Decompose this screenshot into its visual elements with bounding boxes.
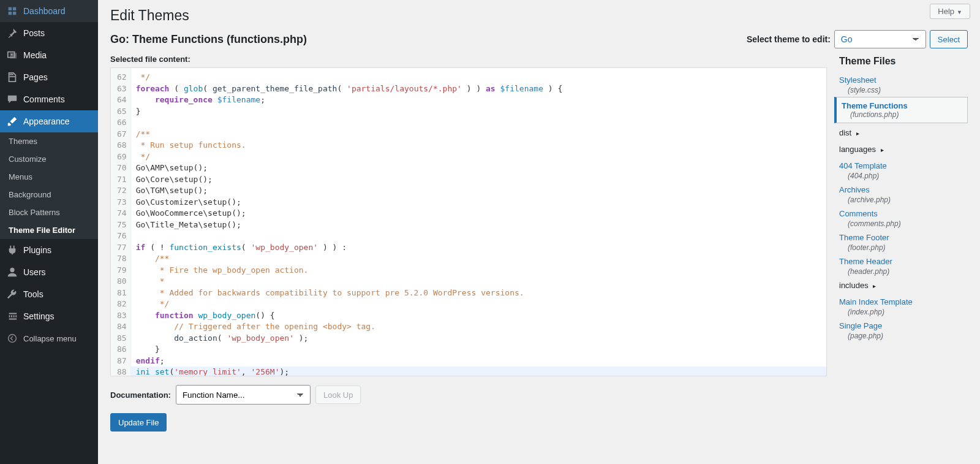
file-link-main-index-template[interactable]: Main Index Template [839, 295, 968, 308]
submenu-menus[interactable]: Menus [0, 168, 98, 186]
sidebar-item-pages[interactable]: Pages [0, 66, 98, 88]
caret-right-icon: ▸ [873, 283, 876, 289]
submenu-block-patterns[interactable]: Block Patterns [0, 203, 98, 221]
submenu-themes[interactable]: Themes [0, 132, 98, 150]
sidebar-item-settings[interactable]: Settings [0, 305, 98, 327]
collapse-icon [6, 332, 18, 344]
code-editor[interactable]: 6263646566676869707172737475767778798081… [110, 67, 827, 376]
appearance-submenu: ThemesCustomizeMenusBackgroundBlock Patt… [0, 132, 98, 239]
documentation-select[interactable]: Function Name... [176, 385, 311, 405]
submenu-background[interactable]: Background [0, 186, 98, 203]
file-link-theme-header[interactable]: Theme Header [839, 254, 968, 267]
folder-languages[interactable]: languages ▸ [839, 142, 968, 156]
sidebar-item-plugins[interactable]: Plugins [0, 239, 98, 261]
submenu-customize[interactable]: Customize [0, 150, 98, 168]
user-icon [6, 266, 18, 278]
folder-includes[interactable]: includes ▸ [839, 278, 968, 292]
theme-select[interactable]: Go [834, 30, 926, 48]
page-icon [6, 71, 18, 83]
dashboard-icon [6, 5, 18, 17]
theme-files-heading: Theme Files [839, 55, 968, 67]
plugin-icon [6, 244, 18, 256]
sidebar-item-posts[interactable]: Posts [0, 22, 98, 44]
theme-files-list: Stylesheet(style.css)Theme Functions(fun… [839, 73, 968, 340]
file-link-comments[interactable]: Comments [839, 207, 968, 219]
svg-point-0 [11, 54, 13, 56]
sidebar-item-tools[interactable]: Tools [0, 283, 98, 305]
file-link-theme-footer[interactable]: Theme Footer [839, 230, 968, 243]
file-link-theme-functions[interactable]: Theme Functions [842, 101, 962, 110]
sidebar-item-comments[interactable]: Comments [0, 88, 98, 110]
main-content: Help▼ Edit Themes Go: Theme Functions (f… [98, 0, 980, 464]
admin-sidebar: DashboardPostsMediaPagesCommentsAppearan… [0, 0, 98, 464]
page-title: Edit Themes [110, 0, 968, 30]
collapse-menu-button[interactable]: Collapse menu [0, 327, 98, 349]
wrench-icon [6, 288, 18, 300]
media-icon [6, 49, 18, 61]
svg-point-1 [10, 268, 14, 272]
file-heading: Go: Theme Functions (functions.php) [110, 33, 307, 46]
file-link-stylesheet[interactable]: Stylesheet [839, 73, 968, 86]
submenu-theme-file-editor[interactable]: Theme File Editor [0, 221, 98, 239]
select-theme-label: Select theme to edit: [747, 34, 831, 44]
code-content[interactable]: */foreach ( glob( get_parent_theme_file_… [131, 68, 826, 376]
line-gutter: 6263646566676869707172737475767778798081… [111, 68, 131, 376]
gear-icon [6, 310, 18, 322]
select-theme-button[interactable]: Select [930, 30, 968, 48]
sidebar-item-appearance[interactable]: Appearance [0, 110, 98, 132]
update-file-button[interactable]: Update File [110, 413, 167, 432]
comment-icon [6, 93, 18, 105]
collapse-label: Collapse menu [23, 334, 77, 343]
file-link-archives[interactable]: Archives [839, 183, 968, 196]
sidebar-item-dashboard[interactable]: Dashboard [0, 0, 98, 22]
caret-right-icon: ▸ [881, 146, 884, 153]
folder-dist[interactable]: dist ▸ [839, 126, 968, 140]
selected-file-label: Selected file content: [110, 55, 827, 64]
lookup-button[interactable]: Look Up [315, 386, 361, 404]
file-link-single-page[interactable]: Single Page [839, 319, 968, 332]
sidebar-item-users[interactable]: Users [0, 261, 98, 283]
help-tab[interactable]: Help▼ [930, 4, 970, 19]
file-link-404-template[interactable]: 404 Template [839, 159, 968, 172]
brush-icon [6, 115, 18, 127]
documentation-label: Documentation: [110, 390, 171, 400]
svg-point-2 [9, 335, 17, 343]
caret-right-icon: ▸ [856, 130, 859, 137]
caret-down-icon: ▼ [957, 9, 962, 15]
pin-icon [6, 27, 18, 39]
sidebar-item-media[interactable]: Media [0, 44, 98, 66]
